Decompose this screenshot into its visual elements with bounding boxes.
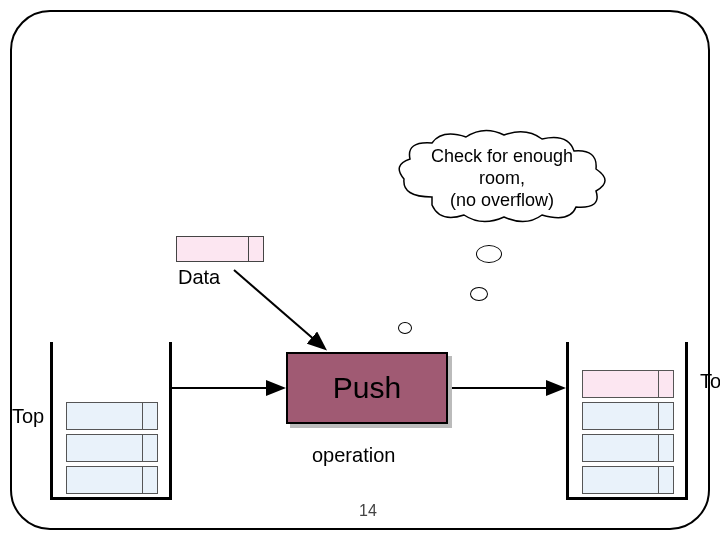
data-cell — [176, 236, 264, 262]
left-stack-cell-1 — [66, 402, 158, 430]
cloud-line-2: room, — [479, 168, 525, 188]
left-stack-cell-2 — [66, 434, 158, 462]
data-label: Data — [178, 266, 220, 289]
slide-frame: Check for enough room, (no overflow) Dat… — [10, 10, 710, 530]
thought-bubble-1 — [476, 245, 502, 263]
top-label-left: Top — [12, 405, 44, 428]
svg-line-1 — [234, 270, 324, 348]
right-stack-cell-3 — [582, 466, 674, 494]
thought-bubble-2 — [470, 287, 488, 301]
top-label-right: Top — [700, 370, 720, 393]
right-stack-cell-2 — [582, 434, 674, 462]
right-stack-cell-top-pink — [582, 370, 674, 398]
left-stack-cell-3 — [66, 466, 158, 494]
right-stack-cell-1 — [582, 402, 674, 430]
cloud-text: Check for enough room, (no overflow) — [392, 145, 612, 211]
cloud-line-3: (no overflow) — [450, 190, 554, 210]
thought-bubble-3 — [398, 322, 412, 334]
operation-label: operation — [312, 444, 395, 467]
push-block: Push — [286, 352, 448, 424]
push-label: Push — [333, 371, 401, 405]
cloud-line-1: Check for enough — [431, 146, 573, 166]
slide-number: 14 — [359, 502, 377, 520]
overflow-check-cloud: Check for enough room, (no overflow) — [392, 127, 612, 227]
